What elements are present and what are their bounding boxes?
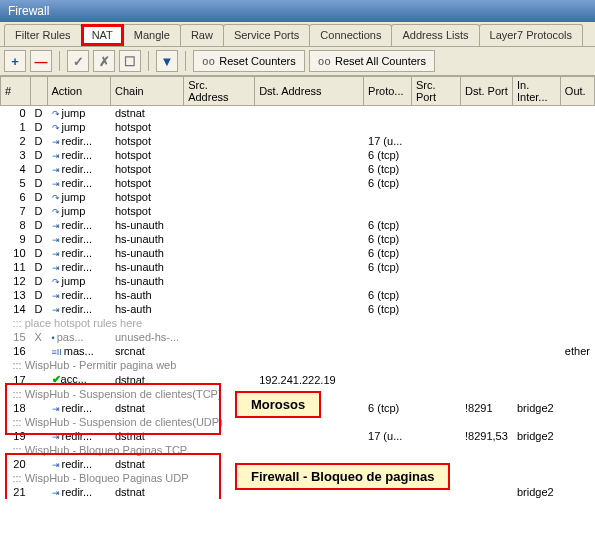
table-row[interactable]: 0D↷jumpdstnat (1, 106, 595, 121)
toolbar: + — ✓ ✗ ☐ ▼ ooReset Counters ooReset All… (0, 47, 595, 76)
table-row[interactable]: 7D↷jumphotspot (1, 204, 595, 218)
action-icon: ⇥ (52, 249, 60, 259)
action-icon: ⇥ (52, 263, 60, 273)
enable-button[interactable]: ✓ (67, 50, 89, 72)
tab-nat[interactable]: NAT (81, 24, 124, 46)
action-icon: ⇥ (52, 221, 60, 231)
separator (59, 51, 60, 71)
reset-counters-button[interactable]: ooReset Counters (193, 50, 305, 72)
col-out-interface[interactable]: Out. (560, 77, 594, 106)
table-row[interactable]: 14D⇥redir...hs-auth6 (tcp) (1, 302, 595, 316)
nat-rules-table[interactable]: # Action Chain Src. Address Dst. Address… (0, 76, 595, 499)
action-icon: ⇥ (52, 432, 60, 442)
window-title: Firewall (0, 0, 595, 22)
table-row[interactable]: 3D⇥redir...hotspot6 (tcp) (1, 148, 595, 162)
add-button[interactable]: + (4, 50, 26, 72)
col-protocol[interactable]: Proto... (364, 77, 412, 106)
table-row[interactable]: 5D⇥redir...hotspot6 (tcp) (1, 176, 595, 190)
col-chain[interactable]: Chain (110, 77, 183, 106)
reset-counters-label: Reset Counters (219, 55, 295, 67)
table-row[interactable]: 13D⇥redir...hs-auth6 (tcp) (1, 288, 595, 302)
table-row[interactable]: 1D↷jumphotspot (1, 120, 595, 134)
tab-raw[interactable]: Raw (180, 24, 224, 46)
comment-row[interactable]: ::: WispHub - Permitir pagina web (1, 358, 595, 372)
table-row[interactable]: 9D⇥redir...hs-unauth6 (tcp) (1, 232, 595, 246)
action-icon: ↷ (52, 123, 60, 133)
comment-button[interactable]: ☐ (119, 50, 141, 72)
action-icon: ⇥ (52, 404, 60, 414)
col-number[interactable]: # (1, 77, 31, 106)
table-row[interactable]: 10D⇥redir...hs-unauth6 (tcp) (1, 246, 595, 260)
tab-service-ports[interactable]: Service Ports (223, 24, 310, 46)
comment-row[interactable]: ::: place hotspot rules here (1, 316, 595, 330)
action-icon: • (52, 333, 55, 343)
action-icon: ⇥ (52, 179, 60, 189)
action-icon: ↷ (52, 207, 60, 217)
action-icon: ⇥ (52, 460, 60, 470)
disable-button[interactable]: ✗ (93, 50, 115, 72)
tab-filter-rules[interactable]: Filter Rules (4, 24, 82, 46)
table-row[interactable]: 17✔acc...dstnat192.241.222.19 (1, 372, 595, 387)
remove-button[interactable]: — (30, 50, 52, 72)
reset-all-counters-button[interactable]: ooReset All Counters (309, 50, 435, 72)
funnel-icon: ▼ (161, 54, 174, 69)
action-icon: ⇥ (52, 165, 60, 175)
table-row[interactable]: 15X•pas...unused-hs-... (1, 330, 595, 344)
filter-button[interactable]: ▼ (156, 50, 178, 72)
action-icon: ⇥ (52, 305, 60, 315)
annotation-label-firewall: Firewall - Bloqueo de paginas (235, 463, 450, 490)
action-icon: ↷ (52, 277, 60, 287)
table-row[interactable]: 16≡IImas...srcnatether (1, 344, 595, 358)
action-icon: ↷ (52, 193, 60, 203)
table-row[interactable]: 11D⇥redir...hs-unauth6 (tcp) (1, 260, 595, 274)
tab-layer7[interactable]: Layer7 Protocols (479, 24, 584, 46)
counter-icon: oo (318, 55, 331, 68)
comment-row[interactable]: ::: WispHub - Bloqueo Paginas TCP (1, 443, 595, 457)
separator (185, 51, 186, 71)
col-flag[interactable] (30, 77, 47, 106)
tab-mangle[interactable]: Mangle (123, 24, 181, 46)
tab-address-lists[interactable]: Address Lists (391, 24, 479, 46)
col-dst-port[interactable]: Dst. Port (460, 77, 512, 106)
action-icon: ⇥ (52, 151, 60, 161)
action-icon: ⇥ (52, 235, 60, 245)
table-row[interactable]: 19⇥redir...dstnat17 (u...!8291,53bridge2 (1, 429, 595, 443)
col-dst-address[interactable]: Dst. Address (255, 77, 364, 106)
table-row[interactable]: 12D↷jumphs-unauth (1, 274, 595, 288)
tab-connections[interactable]: Connections (309, 24, 392, 46)
tabbar: Filter Rules NAT Mangle Raw Service Port… (0, 22, 595, 47)
col-src-address[interactable]: Src. Address (184, 77, 255, 106)
action-icon: ⇥ (52, 137, 60, 147)
table-row[interactable]: 8D⇥redir...hs-unauth6 (tcp) (1, 218, 595, 232)
counter-icon: oo (202, 55, 215, 68)
action-icon: ↷ (52, 109, 60, 119)
annotation-label-morosos: Morosos (235, 391, 321, 418)
table-row[interactable]: 2D⇥redir...hotspot17 (u... (1, 134, 595, 148)
col-src-port[interactable]: Src. Port (411, 77, 460, 106)
col-action[interactable]: Action (47, 77, 110, 106)
separator (148, 51, 149, 71)
reset-all-label: Reset All Counters (335, 55, 426, 67)
table-row[interactable]: 4D⇥redir...hotspot6 (tcp) (1, 162, 595, 176)
col-in-interface[interactable]: In. Inter... (512, 77, 560, 106)
action-icon: ≡II (52, 347, 62, 357)
action-icon: ⇥ (52, 488, 60, 498)
action-icon: ✔ (52, 373, 61, 385)
table-row[interactable]: 6D↷jumphotspot (1, 190, 595, 204)
action-icon: ⇥ (52, 291, 60, 301)
